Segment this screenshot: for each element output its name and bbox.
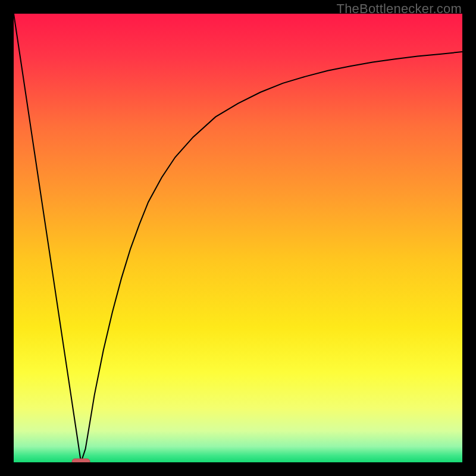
gradient-background [14,14,462,462]
optimal-point-marker [72,459,90,462]
plot-area [14,14,462,462]
chart-frame: TheBottlenecker.com [0,0,476,476]
bottleneck-curve-chart [14,14,462,462]
